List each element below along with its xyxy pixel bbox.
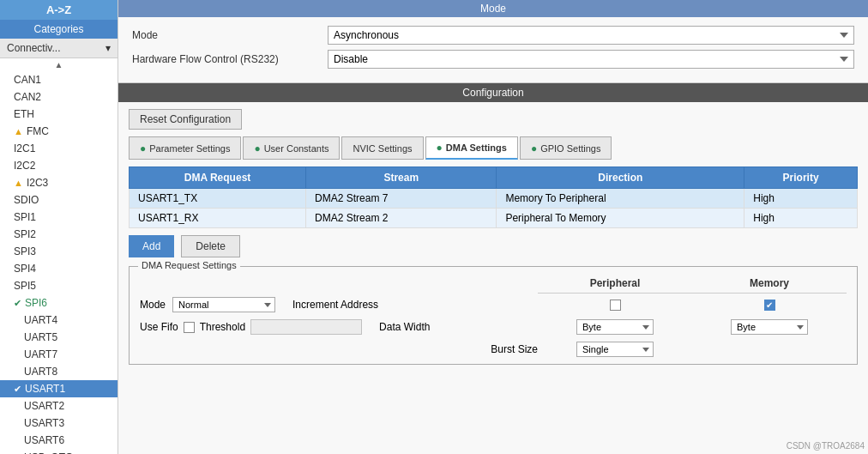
use-fifo-row: Use Fifo Threshold: [140, 319, 362, 335]
dma-table: DMA Request Stream Direction Priority US…: [129, 166, 858, 228]
sidebar-categories-button[interactable]: Categories: [0, 20, 118, 39]
sidebar-item-spi5[interactable]: SPI5: [0, 277, 118, 294]
tab-parameter-settings[interactable]: ● Parameter Settings: [129, 136, 241, 160]
dma-mode-select[interactable]: Normal Circular Peripheral Flow Control: [172, 297, 275, 312]
sidebar-item-label: I2C2: [14, 160, 35, 172]
dma-request-cell: USART1_RX: [130, 209, 306, 228]
table-row[interactable]: USART1_TX DMA2 Stream 7 Memory To Periph…: [130, 189, 858, 209]
dma-direction-cell: Peripheral To Memory: [497, 209, 744, 228]
sidebar-item-spi3[interactable]: SPI3: [0, 243, 118, 260]
add-button[interactable]: Add: [129, 235, 174, 257]
sidebar-item-label: USART1: [25, 383, 65, 395]
memory-increment-col: ✔: [692, 300, 847, 311]
dma-stream-cell: DMA2 Stream 7: [306, 189, 497, 209]
sidebar-item-spi1[interactable]: SPI1: [0, 209, 118, 226]
sidebar-item-label: SPI5: [14, 280, 36, 292]
watermark: CSDN @TROA2684: [787, 441, 865, 451]
sidebar-item-i2c2[interactable]: I2C2: [0, 157, 118, 174]
dma-request-cell: USART1_TX: [130, 189, 306, 209]
sidebar-item-i2c3[interactable]: ▲I2C3: [0, 174, 118, 191]
sidebar-item-usb-otg[interactable]: USB_OTG: [0, 449, 118, 454]
dma-table-header-priority: Priority: [744, 167, 858, 189]
data-width-label: Data Width: [379, 321, 430, 333]
peripheral-data-width-select[interactable]: Byte Half Word Word: [576, 319, 654, 335]
sidebar-item-label: USART2: [24, 400, 64, 412]
dma-request-settings-box: DMA Request Settings Peripheral Memory M…: [129, 266, 858, 365]
tab-check-icon: ●: [437, 142, 443, 154]
memory-data-width-col: Byte Half Word Word: [692, 319, 847, 335]
sidebar-item-label: UART4: [24, 314, 57, 326]
sidebar-item-label: FMC: [27, 125, 49, 137]
main-content: Mode Mode Asynchronous Synchronous Singl…: [118, 0, 868, 454]
warning-icon: ▲: [14, 178, 23, 188]
tab-label: Parameter Settings: [149, 143, 230, 154]
sidebar-item-spi4[interactable]: SPI4: [0, 260, 118, 277]
sidebar-item-fmc[interactable]: ▲FMC: [0, 123, 118, 140]
sidebar-item-uart8[interactable]: UART8: [0, 363, 118, 380]
reset-configuration-button[interactable]: Reset Configuration: [129, 109, 242, 130]
memory-burst-col: [692, 342, 847, 357]
peripheral-burst-select[interactable]: Single: [576, 342, 654, 357]
sidebar-connectivity-group[interactable]: Connectiv... ▾: [0, 39, 118, 58]
delete-button[interactable]: Delete: [181, 235, 240, 257]
sidebar-item-spi6[interactable]: ✔SPI6: [0, 294, 118, 312]
memory-increment-checkbox[interactable]: ✔: [764, 300, 775, 311]
sidebar-item-usart3[interactable]: USART3: [0, 415, 118, 432]
dma-priority-cell: High: [744, 189, 858, 209]
sidebar-item-label: USART6: [24, 434, 64, 446]
mode-setting-label: Mode: [140, 299, 166, 311]
sidebar-item-sdio[interactable]: SDIO: [0, 191, 118, 209]
increment-address-label: Increment Address: [292, 299, 378, 311]
threshold-label: Threshold: [200, 321, 245, 333]
sidebar-item-can1[interactable]: CAN1: [0, 71, 118, 88]
tabs-row: ● Parameter Settings ● User Constants NV…: [129, 136, 858, 160]
hw-flow-row: Hardware Flow Control (RS232) Disable CT…: [132, 50, 854, 69]
dma-request-settings-title: DMA Request Settings: [138, 260, 240, 270]
sidebar-item-uart7[interactable]: UART7: [0, 346, 118, 363]
sidebar-item-usart6[interactable]: USART6: [0, 432, 118, 449]
peripheral-col-header: Peripheral: [538, 277, 692, 294]
dma-priority-cell: High: [744, 209, 858, 228]
sidebar-item-label: UART5: [24, 331, 57, 343]
tab-gpio-settings[interactable]: ● GPIO Settings: [520, 136, 612, 160]
sidebar-item-label: CAN1: [14, 74, 41, 86]
sidebar-item-usart2[interactable]: USART2: [0, 397, 118, 415]
sidebar-connectivity-label: Connectiv...: [7, 42, 60, 54]
memory-data-width-select[interactable]: Byte Half Word Word: [731, 319, 808, 335]
table-row[interactable]: USART1_RX DMA2 Stream 2 Peripheral To Me…: [130, 209, 858, 228]
sidebar-item-uart5[interactable]: UART5: [0, 329, 118, 346]
peripheral-burst-col: Single: [538, 342, 692, 357]
sidebar-item-usart1[interactable]: ✔USART1: [0, 380, 118, 397]
sidebar-item-label: SPI6: [25, 297, 47, 309]
sidebar-az-button[interactable]: A->Z: [0, 0, 118, 20]
hw-flow-select[interactable]: Disable CTS Only RTS Only CTS/RTS: [328, 50, 854, 69]
mode-select[interactable]: Asynchronous Synchronous Single Wire (Ha…: [328, 26, 854, 45]
tab-check-icon: ●: [531, 142, 537, 154]
mode-row: Mode Asynchronous Synchronous Single Wir…: [132, 26, 854, 45]
peripheral-increment-checkbox[interactable]: [610, 300, 621, 311]
tab-label: GPIO Settings: [540, 143, 600, 154]
sidebar-item-i2c1[interactable]: I2C1: [0, 140, 118, 157]
sidebar-item-eth[interactable]: ETH: [0, 106, 118, 123]
config-section-header: Configuration: [118, 83, 868, 102]
tab-label: NVIC Settings: [353, 143, 412, 154]
tab-label: User Constants: [264, 143, 329, 154]
sidebar-item-label: SPI2: [14, 228, 36, 240]
burst-size-label: Burst Size: [491, 343, 538, 355]
sidebar-item-label: UART7: [24, 348, 57, 360]
sidebar-item-can2[interactable]: CAN2: [0, 88, 118, 106]
tab-nvic-settings[interactable]: NVIC Settings: [341, 136, 423, 160]
mode-section: Mode Asynchronous Synchronous Single Wir…: [118, 17, 868, 83]
dma-stream-cell: DMA2 Stream 2: [306, 209, 497, 228]
sidebar-item-spi2[interactable]: SPI2: [0, 226, 118, 243]
threshold-select[interactable]: [250, 319, 362, 335]
check-icon: ✔: [14, 384, 21, 395]
hw-flow-label: Hardware Flow Control (RS232): [132, 53, 321, 65]
sidebar-item-uart4[interactable]: UART4: [0, 312, 118, 329]
tab-user-constants[interactable]: ● User Constants: [243, 136, 340, 160]
tab-dma-settings[interactable]: ● DMA Settings: [425, 136, 518, 160]
scroll-up-arrow[interactable]: ▲: [0, 58, 118, 71]
use-fifo-checkbox[interactable]: [184, 322, 195, 333]
warning-icon: ▲: [14, 126, 23, 136]
dma-action-buttons: Add Delete: [129, 235, 858, 257]
